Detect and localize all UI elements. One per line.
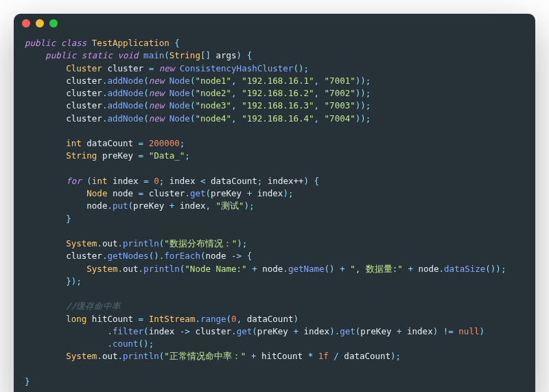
kw-new: new (159, 63, 175, 73)
inc-expr: index++ (268, 176, 304, 186)
str-port4: "7004" (325, 113, 355, 124)
fn-main: main (143, 50, 164, 60)
type-string: String (170, 50, 200, 60)
ctor-node: Node (170, 76, 190, 86)
str-ip1: "192.168.16.1" (242, 76, 314, 86)
str-ip3: "192.168.16.3" (242, 100, 314, 111)
str-datasize-label: ", 数据量:" (350, 264, 403, 274)
var-cluster: cluster (107, 63, 143, 73)
str-port2: "7002" (325, 88, 355, 98)
titlebar (14, 14, 535, 33)
fn-datasize: dataSize (444, 264, 485, 274)
str-data: "Data_" (149, 150, 185, 161)
fn-addnode: addNode (107, 76, 143, 86)
str-dist: "数据分布情况：" (164, 238, 237, 249)
cls-intstream: IntStream (149, 314, 196, 324)
str-port3: "7003" (325, 100, 355, 111)
fn-getname: getName (288, 264, 325, 274)
str-hitrate: "正常情况命中率：" (164, 351, 246, 361)
type-cluster: Cluster (66, 63, 102, 73)
fn-count: count (113, 338, 139, 349)
fn-filter: filter (113, 326, 143, 336)
str-ip4: "192.168.16.4" (242, 113, 314, 124)
var-hitcount: hitCount (92, 314, 133, 324)
num-200000: 200000 (149, 138, 180, 148)
str-ip2: "192.168.16.2" (242, 88, 314, 98)
ctor-chc: ConsistencyHashCluster (180, 63, 294, 73)
class-name: TestApplication (92, 38, 170, 48)
minimize-icon[interactable] (36, 19, 44, 27)
type-string2: String (66, 150, 97, 161)
str-node2: "node2" (195, 88, 231, 98)
cls-system: System (66, 238, 97, 249)
num-0: 0 (154, 176, 159, 186)
kw-public-class: public class (25, 38, 86, 48)
type-long: long (66, 314, 86, 324)
type-int: int (66, 138, 82, 148)
fn-println: println (123, 238, 159, 249)
str-node1: "node1" (195, 76, 231, 86)
str-node4: "node4" (195, 113, 231, 124)
str-node3: "node3" (195, 100, 231, 111)
kw-for: for (66, 176, 82, 186)
str-port1: "7001" (325, 76, 355, 86)
str-nodename: "Node Name:" (185, 264, 246, 274)
var-datacount: dataCount (86, 138, 133, 148)
fn-foreach: forEach (164, 251, 200, 261)
fn-range: range (200, 314, 226, 324)
fn-get: get (190, 188, 206, 198)
kw-null: null (458, 326, 479, 336)
str-test: "测试" (216, 200, 244, 211)
code-window: public class TestApplication { public st… (14, 14, 535, 392)
param-args: args (216, 50, 237, 60)
kw-psv: public static void (45, 50, 138, 60)
close-icon[interactable] (22, 19, 30, 27)
code-block: public class TestApplication { public st… (14, 33, 535, 392)
var-prekey: preKey (102, 150, 133, 161)
maximize-icon[interactable] (49, 19, 58, 27)
num-1f: 1f (318, 351, 329, 361)
comment-cache: //缓存命中率 (66, 301, 121, 311)
fn-getnodes: getNodes (107, 251, 148, 261)
fn-put: put (113, 200, 128, 211)
